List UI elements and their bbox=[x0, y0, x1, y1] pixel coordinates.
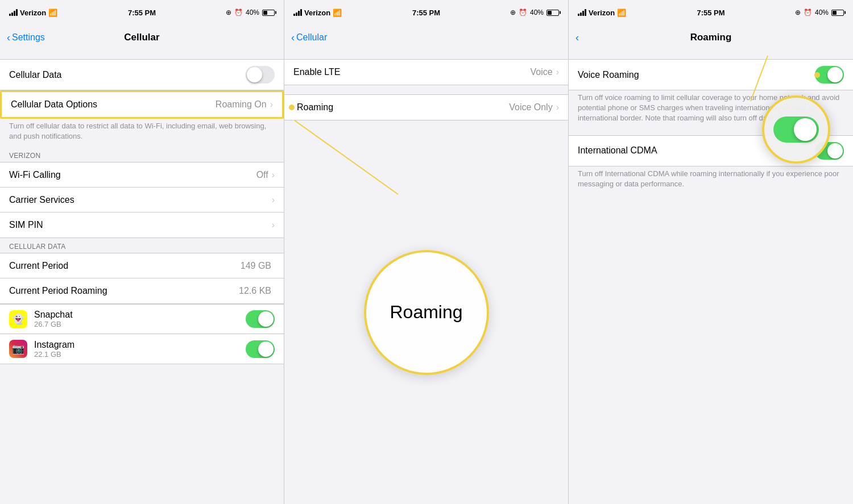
status-carrier-1: Verizon 📶 bbox=[9, 9, 57, 17]
status-right-3: ⊕ ⏰ 40% bbox=[795, 9, 844, 16]
alarm-icon: ⏰ bbox=[234, 9, 243, 16]
enable-lte-chevron: › bbox=[556, 67, 559, 77]
cellular-options-chevron: › bbox=[270, 99, 273, 110]
back-button-1[interactable]: ‹ Settings bbox=[7, 32, 45, 44]
battery-text-2: 40% bbox=[530, 9, 544, 16]
snapchat-size: 26.7 GB bbox=[34, 320, 246, 328]
panel-cellular-options: Verizon 📶 7:55 PM ⊕ ⏰ 40% ‹ Cellular Ena… bbox=[284, 0, 569, 504]
cellular-description: Turn off cellular data to restrict all d… bbox=[0, 119, 284, 147]
spacer-2 bbox=[284, 85, 568, 94]
carrier-services-chevron: › bbox=[272, 195, 275, 205]
enable-lte-row[interactable]: Enable LTE Voice › bbox=[284, 60, 568, 85]
nav-bar-2: ‹ Cellular bbox=[284, 25, 568, 50]
carrier-name-3: Verizon bbox=[589, 9, 615, 17]
back-chevron-3: ‹ bbox=[575, 32, 579, 44]
roaming-group: Roaming Voice Only › bbox=[284, 94, 568, 120]
instagram-toggle-thumb bbox=[258, 341, 274, 357]
verizon-section-label: VERIZON bbox=[0, 147, 284, 162]
nav-title-1: Cellular bbox=[124, 32, 159, 43]
wifi-icon: 📶 bbox=[48, 9, 57, 17]
enable-lte-value: Voice bbox=[531, 67, 553, 77]
current-period-value: 149 GB bbox=[241, 261, 271, 271]
status-time-1: 7:55 PM bbox=[128, 9, 156, 17]
svg-line-0 bbox=[295, 120, 398, 194]
status-time-2: 7:55 PM bbox=[412, 9, 440, 17]
wifi-calling-row[interactable]: Wi-Fi Calling Off › bbox=[0, 163, 284, 188]
current-period-row: Current Period 149 GB bbox=[0, 253, 284, 278]
intl-cdma-toggle-thumb bbox=[827, 143, 843, 159]
highlighted-row-wrapper: Cellular Data Options Roaming On › bbox=[0, 90, 284, 119]
battery-text-3: 40% bbox=[815, 9, 829, 16]
carrier-services-row[interactable]: Carrier Services › bbox=[0, 188, 284, 213]
current-period-roaming-row: Current Period Roaming 12.6 KB bbox=[0, 278, 284, 303]
verizon-group: Wi-Fi Calling Off › Carrier Services › S… bbox=[0, 162, 284, 238]
instagram-size: 22.1 GB bbox=[34, 350, 246, 359]
battery-icon-3 bbox=[831, 10, 844, 16]
nav-title-3: Roaming bbox=[690, 32, 732, 43]
battery-icon-2 bbox=[546, 10, 559, 16]
cellular-data-row[interactable]: Cellular Data bbox=[0, 60, 284, 90]
intl-cdma-description: Turn off International CDMA while roamin… bbox=[569, 166, 853, 195]
wifi-calling-chevron: › bbox=[272, 170, 275, 180]
signal-icon-2 bbox=[293, 9, 302, 16]
panel3-content: Voice Roaming Turn off voice roaming to … bbox=[569, 50, 853, 504]
wifi-icon-3: 📶 bbox=[617, 9, 626, 17]
snapchat-name: Snapchat bbox=[34, 310, 246, 320]
roaming-dot-annotation bbox=[289, 105, 295, 110]
panel1-content: Cellular Data Cellular Data Options Roam… bbox=[0, 50, 284, 504]
wifi-calling-value: Off bbox=[256, 170, 268, 180]
sim-pin-row[interactable]: SIM PIN › bbox=[0, 213, 284, 238]
snapchat-toggle[interactable] bbox=[246, 310, 275, 328]
status-right-2: ⊕ ⏰ 40% bbox=[510, 9, 559, 16]
back-label-1: Settings bbox=[12, 32, 45, 43]
cellular-data-toggle[interactable] bbox=[246, 66, 275, 84]
enable-lte-label: Enable LTE bbox=[293, 67, 531, 77]
roaming-row[interactable]: Roaming Voice Only › bbox=[284, 95, 568, 120]
cellular-data-label: Cellular Data bbox=[9, 70, 246, 80]
snapchat-toggle-thumb bbox=[258, 311, 274, 327]
instagram-info: Instagram 22.1 GB bbox=[34, 340, 246, 359]
roaming-circle-area: Roaming bbox=[284, 120, 568, 504]
nav-bar-1: ‹ Settings Cellular bbox=[0, 25, 284, 50]
status-time-3: 7:55 PM bbox=[697, 9, 724, 17]
snapchat-icon: 👻 bbox=[9, 310, 27, 328]
battery-fill-1 bbox=[263, 11, 267, 15]
status-right-1: ⊕ ⏰ 40% bbox=[226, 9, 275, 16]
cellular-data-section-label: CELLULAR DATA bbox=[0, 238, 284, 253]
wifi-icon-2: 📶 bbox=[333, 9, 342, 17]
back-button-2[interactable]: ‹ Cellular bbox=[291, 32, 327, 44]
snapchat-info: Snapchat 26.7 GB bbox=[34, 310, 246, 328]
roaming-value: Voice Only bbox=[509, 102, 552, 113]
instagram-name: Instagram bbox=[34, 340, 246, 350]
cellular-data-options-label: Cellular Data Options bbox=[11, 99, 216, 110]
back-button-3[interactable]: ‹ bbox=[575, 32, 579, 44]
voice-roaming-row[interactable]: Voice Roaming bbox=[569, 60, 853, 90]
roaming-circle-label: Roaming bbox=[390, 302, 462, 323]
status-bar-3: Verizon 📶 7:55 PM ⊕ ⏰ 40% bbox=[569, 0, 853, 25]
roaming-chevron: › bbox=[556, 102, 559, 113]
instagram-row[interactable]: 📷 Instagram 22.1 GB bbox=[0, 334, 284, 364]
roaming-circle: Roaming bbox=[364, 250, 489, 375]
voice-roaming-label: Voice Roaming bbox=[578, 70, 815, 80]
wifi-calling-label: Wi-Fi Calling bbox=[9, 170, 256, 180]
carrier-services-label: Carrier Services bbox=[9, 195, 272, 205]
cellular-data-stats-group: Current Period 149 GB Current Period Roa… bbox=[0, 253, 284, 304]
snapchat-row[interactable]: 👻 Snapchat 26.7 GB bbox=[0, 305, 284, 334]
instagram-toggle[interactable] bbox=[246, 340, 275, 358]
current-period-label: Current Period bbox=[9, 261, 241, 271]
voice-roaming-toggle-thumb bbox=[827, 67, 843, 82]
toggle-zoom-overlay bbox=[762, 95, 830, 164]
carrier-name-1: Verizon bbox=[20, 9, 46, 17]
apps-group: 👻 Snapchat 26.7 GB 📷 Instagram 22.1 GB bbox=[0, 304, 284, 364]
cellular-data-options-row[interactable]: Cellular Data Options Roaming On › bbox=[2, 92, 282, 117]
status-bar-2: Verizon 📶 7:55 PM ⊕ ⏰ 40% bbox=[284, 0, 568, 25]
status-carrier-2: Verizon 📶 bbox=[293, 9, 342, 17]
nav-bar-3: ‹ Roaming bbox=[569, 25, 853, 50]
battery-text-1: 40% bbox=[246, 9, 259, 16]
status-carrier-3: Verizon 📶 bbox=[578, 9, 626, 17]
signal-icon bbox=[9, 9, 18, 16]
enable-lte-group: Enable LTE Voice › bbox=[284, 59, 568, 85]
panel-cellular: Verizon 📶 7:55 PM ⊕ ⏰ 40% ‹ Settings Cel… bbox=[0, 0, 284, 504]
back-chevron-2: ‹ bbox=[291, 32, 295, 44]
current-period-roaming-value: 12.6 KB bbox=[239, 286, 271, 296]
